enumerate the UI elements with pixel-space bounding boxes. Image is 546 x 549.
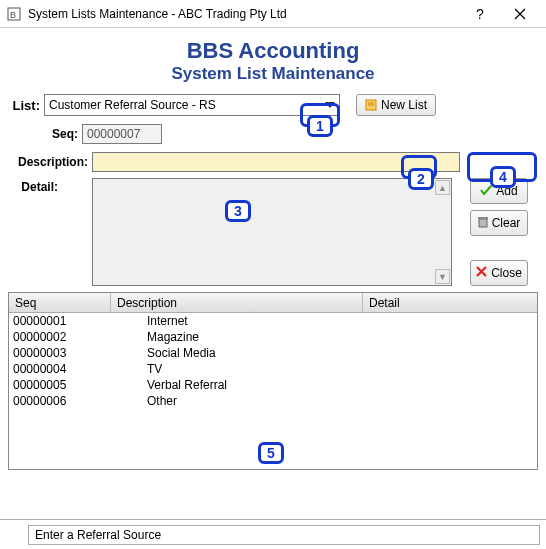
titlebar: B System Lists Maintenance - ABC Trading… (0, 0, 546, 28)
th-detail[interactable]: Detail (363, 293, 537, 312)
table-row[interactable]: 00000004TV (9, 361, 537, 377)
close-icon (476, 266, 487, 280)
clear-label: Clear (492, 216, 521, 230)
check-icon (480, 184, 492, 199)
close-window-button[interactable] (500, 2, 540, 26)
help-button[interactable]: ? (460, 2, 500, 26)
trash-icon (478, 216, 488, 231)
clear-button[interactable]: Clear (470, 210, 528, 236)
th-description[interactable]: Description (111, 293, 363, 312)
new-list-button[interactable]: New List (356, 94, 436, 116)
add-button[interactable]: Add (470, 178, 528, 204)
table-row[interactable]: 00000003Social Media (9, 345, 537, 361)
cell-description: Other (111, 394, 363, 408)
svg-rect-8 (479, 219, 487, 227)
cell-seq: 00000004 (11, 362, 111, 376)
close-label: Close (491, 266, 522, 280)
statusbar-area: Enter a Referral Source (0, 519, 546, 549)
scroll-up-icon[interactable]: ▲ (435, 180, 450, 195)
detail-label: Detail: (8, 178, 62, 194)
table-row[interactable]: 00000006Other (9, 393, 537, 409)
svg-marker-4 (325, 102, 335, 108)
cell-description: TV (111, 362, 363, 376)
detail-textarea[interactable]: ▲ ▼ (92, 178, 452, 286)
scroll-down-icon[interactable]: ▼ (435, 269, 450, 284)
statusbar: Enter a Referral Source (28, 525, 540, 545)
app-heading: BBS Accounting (8, 38, 538, 64)
new-list-label: New List (381, 98, 427, 112)
list-select[interactable]: Customer Referral Source - RS (44, 94, 340, 116)
page-heading: System List Maintenance (8, 64, 538, 84)
list-select-value: Customer Referral Source - RS (49, 98, 216, 112)
cell-seq: 00000003 (11, 346, 111, 360)
svg-rect-9 (478, 217, 488, 219)
cell-seq: 00000006 (11, 394, 111, 408)
chevron-down-icon[interactable] (321, 95, 339, 115)
description-input[interactable] (92, 152, 460, 172)
table-row[interactable]: 00000002Magazine (9, 329, 537, 345)
app-icon: B (6, 6, 22, 22)
cell-seq: 00000002 (11, 330, 111, 344)
cell-description: Internet (111, 314, 363, 328)
add-label: Add (496, 184, 517, 198)
svg-text:B: B (10, 10, 16, 20)
table-row[interactable]: 00000001Internet (9, 313, 537, 329)
window-title: System Lists Maintenance - ABC Trading P… (28, 7, 460, 21)
list-label: List: (8, 98, 44, 113)
seq-input[interactable] (82, 124, 162, 144)
table-row[interactable]: 00000005Verbal Referral (9, 377, 537, 393)
table-header: Seq Description Detail (9, 293, 537, 313)
close-button[interactable]: Close (470, 260, 528, 286)
data-table: Seq Description Detail 00000001Internet0… (8, 292, 538, 470)
new-list-icon (365, 99, 377, 111)
cell-description: Magazine (111, 330, 363, 344)
seq-label: Seq: (8, 127, 82, 141)
cell-seq: 00000001 (11, 314, 111, 328)
description-label: Description: (8, 155, 92, 169)
th-seq[interactable]: Seq (9, 293, 111, 312)
cell-seq: 00000005 (11, 378, 111, 392)
cell-description: Social Media (111, 346, 363, 360)
cell-description: Verbal Referral (111, 378, 363, 392)
